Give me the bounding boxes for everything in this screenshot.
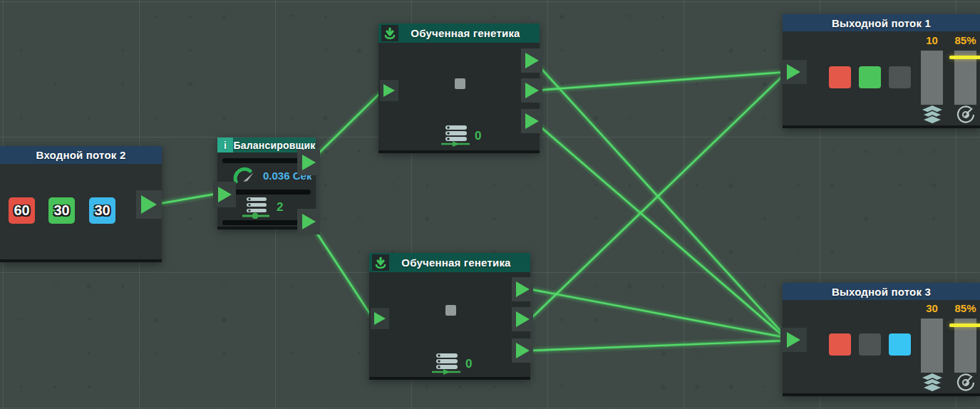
accuracy-percent: 85% bbox=[951, 34, 980, 46]
node-balancer[interactable]: i Балансировщик 0.036 Сек 2 bbox=[217, 138, 316, 229]
info-badge[interactable]: i bbox=[217, 138, 233, 152]
node-graph-canvas[interactable]: ·+·+·+·+·+·+··+·×··⊛□··×···××□··⊛+××·×+·… bbox=[0, 0, 980, 409]
port-arrow-icon bbox=[525, 113, 539, 129]
port-arrow-icon bbox=[516, 311, 530, 327]
port-arrow-icon bbox=[141, 195, 157, 214]
node-input-stream-2[interactable]: Входной поток 2 60 30 30 bbox=[0, 146, 162, 262]
resource-slot bbox=[889, 66, 911, 88]
download-box[interactable] bbox=[372, 254, 389, 271]
queue-counter: 0 bbox=[432, 353, 472, 376]
port-arrow-icon bbox=[525, 53, 539, 68]
node-title: Входной поток 2 bbox=[36, 149, 126, 161]
download-icon bbox=[374, 257, 387, 269]
input-port[interactable] bbox=[213, 182, 236, 207]
level-value: 2 bbox=[277, 200, 283, 214]
download-box[interactable] bbox=[381, 25, 398, 41]
count-bar bbox=[921, 51, 943, 105]
resource-slot bbox=[859, 66, 881, 88]
resource-value: 30 bbox=[53, 202, 69, 219]
threshold-marker bbox=[949, 56, 980, 59]
resource-slot bbox=[859, 333, 881, 356]
node-header: Входной поток 2 bbox=[0, 146, 162, 164]
node-title: Выходной поток 3 bbox=[832, 286, 931, 298]
process-core bbox=[455, 78, 465, 89]
output-port-3[interactable] bbox=[512, 338, 533, 363]
stack-button[interactable] bbox=[921, 373, 943, 393]
layers-icon bbox=[922, 105, 942, 124]
port-arrow-icon bbox=[383, 84, 395, 97]
output-port-2[interactable] bbox=[297, 209, 320, 234]
queue-value: 0 bbox=[465, 357, 472, 371]
node-genetics-bottom[interactable]: Обученная генетика 0 bbox=[369, 253, 530, 380]
resource-slot bbox=[829, 66, 851, 88]
target-button[interactable] bbox=[954, 105, 976, 125]
target-icon bbox=[956, 105, 975, 124]
input-port[interactable] bbox=[380, 80, 398, 101]
threshold-marker bbox=[949, 323, 980, 327]
output-port-1[interactable] bbox=[297, 150, 320, 175]
process-core bbox=[445, 305, 456, 316]
queue-value: 0 bbox=[475, 129, 481, 143]
port-arrow-icon bbox=[302, 214, 316, 229]
resource-value: 30 bbox=[94, 202, 110, 219]
port-arrow-icon bbox=[374, 312, 386, 325]
resource-chip: 60 bbox=[9, 197, 35, 224]
download-icon bbox=[383, 27, 396, 40]
port-arrow-icon bbox=[525, 83, 539, 98]
queue-stack-icon[interactable] bbox=[432, 353, 460, 376]
node-title: Обученная генетика bbox=[401, 257, 510, 269]
node-genetics-top[interactable]: Обученная генетика 0 bbox=[378, 24, 540, 153]
resource-chip: 30 bbox=[89, 197, 115, 224]
node-output-stream-3[interactable]: Выходной поток 3 30 85% bbox=[783, 283, 980, 396]
queue-counter: 0 bbox=[441, 125, 481, 147]
target-icon bbox=[956, 373, 975, 392]
output-port-1[interactable] bbox=[512, 277, 533, 301]
resource-chip: 30 bbox=[48, 197, 75, 224]
node-output-stream-1[interactable]: Выходной поток 1 10 85% bbox=[783, 14, 980, 128]
queue-stack-icon[interactable] bbox=[441, 125, 470, 147]
processed-count: 10 bbox=[921, 34, 943, 46]
port-arrow-icon bbox=[302, 155, 316, 170]
node-title: Выходной поток 1 bbox=[832, 17, 931, 29]
port-arrow-icon bbox=[787, 64, 800, 80]
gauge-icon bbox=[233, 167, 257, 184]
node-title: Обученная генетика bbox=[411, 27, 520, 39]
slider-icon[interactable] bbox=[241, 196, 271, 219]
output-port-3[interactable] bbox=[521, 109, 542, 133]
port-arrow-icon bbox=[218, 187, 232, 202]
node-header: Выходной поток 3 bbox=[783, 283, 980, 300]
stack-button[interactable] bbox=[921, 105, 943, 125]
queue-bar bbox=[226, 190, 311, 195]
node-header: Обученная генетика bbox=[378, 24, 540, 43]
count-bar bbox=[921, 319, 943, 373]
resource-value: 60 bbox=[14, 202, 29, 219]
node-header: Обученная генетика bbox=[369, 253, 530, 272]
port-arrow-icon bbox=[516, 281, 530, 297]
layers-icon bbox=[922, 373, 942, 392]
output-port-2[interactable] bbox=[512, 307, 533, 331]
input-port[interactable] bbox=[780, 60, 807, 84]
resource-slot bbox=[889, 333, 911, 356]
output-port[interactable] bbox=[136, 190, 162, 219]
level-row: 2 bbox=[241, 196, 283, 219]
input-port[interactable] bbox=[780, 328, 807, 352]
input-port[interactable] bbox=[371, 308, 389, 329]
processed-count: 30 bbox=[921, 302, 943, 314]
node-header: Выходной поток 1 bbox=[783, 14, 980, 31]
target-button[interactable] bbox=[954, 373, 976, 393]
port-arrow-icon bbox=[516, 343, 530, 358]
output-port-2[interactable] bbox=[521, 78, 542, 103]
resource-slot bbox=[829, 333, 851, 356]
accuracy-percent: 85% bbox=[951, 302, 980, 314]
port-arrow-icon bbox=[787, 332, 800, 348]
output-port-1[interactable] bbox=[521, 48, 542, 73]
